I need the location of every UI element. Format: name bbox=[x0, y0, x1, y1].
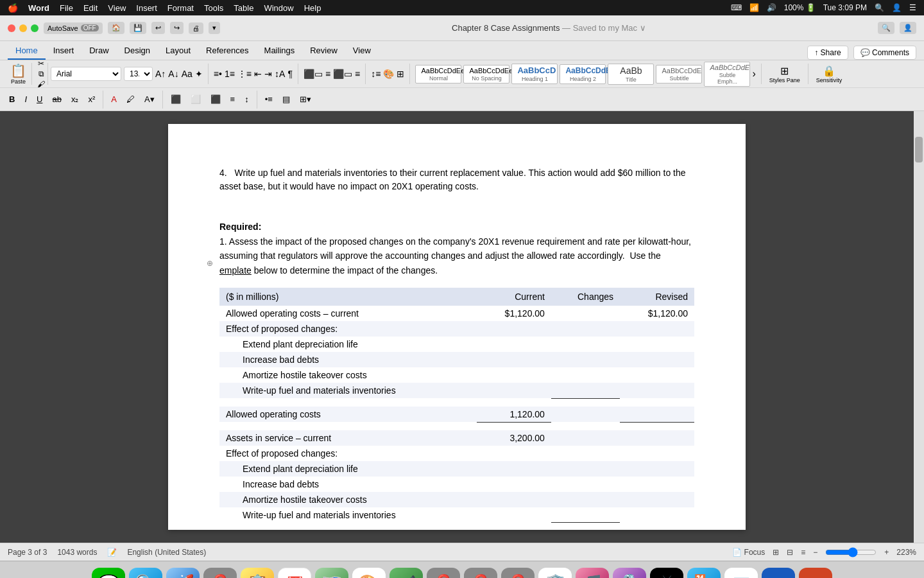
cut-button[interactable]: ✂ bbox=[37, 59, 45, 68]
numbering-button[interactable]: 1≡ bbox=[225, 69, 235, 79]
dock-mac-health[interactable]: 💻 bbox=[724, 568, 758, 579]
highlight-button[interactable]: 🖊 bbox=[123, 92, 139, 106]
home-button[interactable]: 🏠 bbox=[108, 22, 124, 34]
apple-menu[interactable]: 🍎 bbox=[8, 3, 18, 13]
dock-word[interactable]: W bbox=[762, 568, 795, 579]
account-button[interactable]: 👤 bbox=[900, 22, 916, 34]
dock-launchpad[interactable]: 🚀 bbox=[166, 568, 200, 579]
font-color-button[interactable]: A bbox=[107, 92, 121, 106]
shading-button[interactable]: 🎨 bbox=[383, 69, 394, 79]
dock-notes[interactable]: 📋 bbox=[241, 568, 274, 579]
styles-expand-button[interactable]: › bbox=[752, 68, 755, 80]
superscript-button[interactable]: x² bbox=[84, 92, 99, 106]
print-button[interactable]: 🖨 bbox=[189, 22, 203, 34]
comments-button[interactable]: 💬 Comments bbox=[853, 46, 916, 60]
shading2-button[interactable]: ▤ bbox=[278, 92, 294, 106]
align-left-button[interactable]: ⬛▭ bbox=[304, 69, 323, 79]
dock-music[interactable]: 🎵 bbox=[576, 568, 609, 579]
menu-view[interactable]: View bbox=[108, 3, 126, 13]
dock-calendar[interactable]: 📅 bbox=[278, 568, 311, 579]
dock-facetime[interactable]: 📹 bbox=[389, 568, 423, 579]
align-center2-button[interactable]: ⬜ bbox=[187, 92, 205, 106]
clear-format-button[interactable]: ✦ bbox=[195, 69, 203, 79]
style-subtle-emph[interactable]: AaBbCcDdE Subtle Emph... bbox=[704, 62, 750, 87]
dock-app2[interactable]: ❓ bbox=[464, 568, 497, 579]
zoom-out-button[interactable]: − bbox=[813, 548, 817, 557]
style-heading2[interactable]: AaBbCcDdE Heading 2 bbox=[560, 64, 606, 84]
dock-tv[interactable]: 📺 bbox=[650, 568, 683, 579]
dock-messages[interactable]: 💬 bbox=[92, 568, 125, 579]
app-name[interactable]: Word bbox=[28, 3, 49, 13]
control-center-icon[interactable]: ☰ bbox=[909, 3, 916, 12]
format-painter-button[interactable]: 🖌 bbox=[37, 80, 45, 89]
increase-indent-button[interactable]: ⇥ bbox=[264, 69, 272, 79]
document-main[interactable]: ⊕ 4. Write up fuel and materials invento… bbox=[0, 111, 914, 543]
focus-button[interactable]: 📄 Focus bbox=[732, 548, 765, 557]
tab-draw[interactable]: Draw bbox=[81, 42, 116, 60]
strikethrough-button[interactable]: ab bbox=[48, 92, 65, 106]
bullets2-button[interactable]: •≡ bbox=[261, 92, 277, 106]
tab-insert[interactable]: Insert bbox=[46, 42, 82, 60]
font-size-selector[interactable]: 13.5 bbox=[124, 67, 153, 81]
show-marks-button[interactable]: ¶ bbox=[287, 69, 293, 79]
dock-finder[interactable]: 🔍 bbox=[129, 568, 162, 579]
layout-view-button[interactable]: ⊞ bbox=[773, 548, 779, 557]
dock-maps[interactable]: 🗺️ bbox=[315, 568, 348, 579]
sensitivity-button[interactable]: 🔒 Sensitivity bbox=[814, 64, 845, 85]
styles-pane-button[interactable]: ⊞ Styles Pane bbox=[767, 64, 803, 85]
align-right2-button[interactable]: ⬛ bbox=[207, 92, 225, 106]
sort-button[interactable]: ↕A bbox=[275, 69, 285, 79]
dock-powerpoint[interactable]: P bbox=[799, 568, 832, 579]
borders2-button[interactable]: ⊞▾ bbox=[296, 92, 315, 106]
menu-format[interactable]: Format bbox=[167, 3, 194, 13]
tab-references[interactable]: References bbox=[198, 42, 256, 60]
italic-button[interactable]: I bbox=[21, 92, 31, 106]
menu-table[interactable]: Table bbox=[234, 3, 253, 13]
maximize-button[interactable] bbox=[31, 24, 38, 32]
dock-podcasts[interactable]: 🎙️ bbox=[613, 568, 646, 579]
menu-tools[interactable]: Tools bbox=[204, 3, 223, 13]
draft-view-button[interactable]: ≡ bbox=[801, 548, 805, 557]
decrease-indent-button[interactable]: ⇤ bbox=[254, 69, 262, 79]
dock-app3[interactable]: ❓ bbox=[501, 568, 535, 579]
dock-appstore[interactable]: 🏪 bbox=[687, 568, 721, 579]
menu-insert[interactable]: Insert bbox=[136, 3, 157, 13]
align-center-button[interactable]: ≡ bbox=[325, 69, 330, 79]
subscript-button[interactable]: x₂ bbox=[67, 92, 83, 106]
dock-news[interactable]: 🛡️ bbox=[538, 568, 572, 579]
bold-button[interactable]: B bbox=[5, 92, 19, 106]
style-normal[interactable]: AaBbCcDdEe Normal bbox=[415, 65, 461, 83]
align-right-button[interactable]: ⬛▭ bbox=[333, 69, 352, 79]
share-button[interactable]: ↑ Share bbox=[807, 46, 848, 60]
align-left2-button[interactable]: ⬛ bbox=[167, 92, 185, 106]
font-shrink-button[interactable]: A↓ bbox=[168, 69, 178, 79]
zoom-in-button[interactable]: + bbox=[884, 548, 889, 557]
more-button[interactable]: ▾ bbox=[209, 22, 220, 34]
justify-button[interactable]: ≡ bbox=[355, 69, 360, 79]
dock-photos[interactable]: 🎨 bbox=[352, 568, 386, 579]
paste-button[interactable]: 📋 bbox=[10, 63, 26, 78]
menu-help[interactable]: Help bbox=[304, 3, 321, 13]
tab-view[interactable]: View bbox=[345, 42, 379, 60]
vertical-scrollbar[interactable] bbox=[914, 111, 924, 543]
user-icon[interactable]: 👤 bbox=[892, 3, 902, 12]
dock-help[interactable]: ❓ bbox=[203, 568, 237, 579]
menu-edit[interactable]: Edit bbox=[83, 3, 98, 13]
underline-button[interactable]: U bbox=[33, 92, 46, 106]
minimize-button[interactable] bbox=[19, 24, 27, 32]
autosave-toggle[interactable]: AutoSave OFF bbox=[44, 22, 103, 34]
dock-app1[interactable]: ❓ bbox=[427, 568, 460, 579]
borders-button[interactable]: ⊞ bbox=[397, 69, 404, 79]
change-case-button[interactable]: Aa bbox=[182, 69, 193, 79]
zoom-slider[interactable] bbox=[825, 547, 877, 557]
bullets-button[interactable]: ≡• bbox=[214, 69, 222, 79]
tab-home[interactable]: Home bbox=[8, 42, 46, 60]
save-button[interactable]: 💾 bbox=[130, 22, 146, 34]
outline-view-button[interactable]: ⊟ bbox=[787, 548, 793, 557]
font-color2-button[interactable]: A▾ bbox=[141, 92, 158, 106]
tab-layout[interactable]: Layout bbox=[158, 42, 198, 60]
tab-design[interactable]: Design bbox=[117, 42, 158, 60]
tab-mailings[interactable]: Mailings bbox=[257, 42, 303, 60]
tab-review[interactable]: Review bbox=[302, 42, 345, 60]
menu-window[interactable]: Window bbox=[264, 3, 293, 13]
